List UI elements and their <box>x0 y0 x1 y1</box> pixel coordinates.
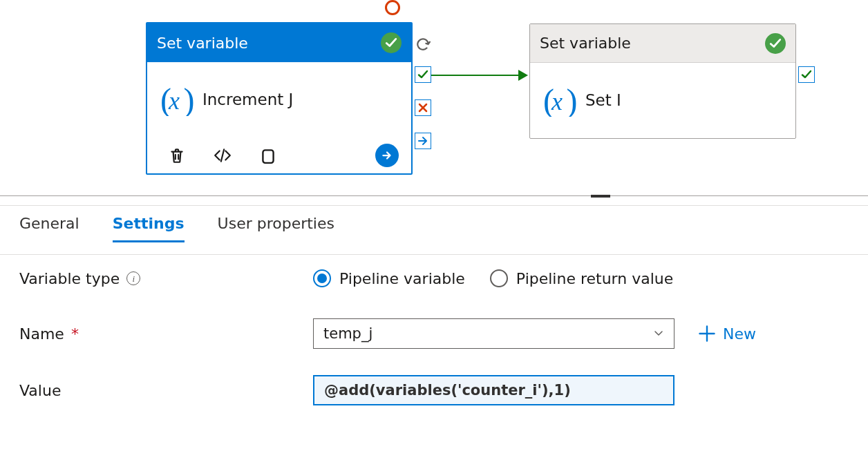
value-input[interactable]: @add(variables('counter_i'),1) <box>313 375 674 405</box>
plus-icon <box>698 325 716 343</box>
activity-type-label: Set variable <box>157 35 381 52</box>
info-icon[interactable]: i <box>126 271 140 285</box>
activity-name-label: Increment J <box>202 90 293 108</box>
activity-card-increment-j[interactable]: Set variable ( x ) Increment J <box>146 22 413 175</box>
radio-label: Pipeline variable <box>339 270 465 287</box>
name-label: Name * <box>19 325 313 343</box>
value-label-text: Value <box>19 382 61 399</box>
success-dependency-connector[interactable] <box>431 74 528 77</box>
value-label: Value <box>19 382 313 399</box>
clone-button[interactable] <box>258 145 279 166</box>
variable-x-icon: ( x ) <box>157 79 197 119</box>
tabs-underline <box>0 254 868 255</box>
dependency-failure-handle[interactable] <box>415 99 431 116</box>
dependency-completion-handle[interactable] <box>415 36 431 52</box>
required-asterisk: * <box>71 325 79 343</box>
code-button[interactable] <box>212 145 233 166</box>
activity-title-bar[interactable]: Set variable <box>530 24 795 63</box>
svg-text:x: x <box>551 88 563 115</box>
validation-indicator-icon <box>385 0 400 15</box>
radio-pipeline-return-value[interactable]: Pipeline return value <box>490 269 673 287</box>
activity-name-label: Set I <box>585 91 621 109</box>
radio-label: Pipeline return value <box>516 270 673 287</box>
chevron-down-icon <box>653 325 664 342</box>
svg-text:): ) <box>184 83 194 116</box>
name-label-text: Name <box>19 325 64 343</box>
radio-pipeline-variable[interactable]: Pipeline variable <box>313 269 465 287</box>
svg-text:x: x <box>168 87 180 115</box>
svg-text:): ) <box>567 84 576 117</box>
variable-x-icon: ( x ) <box>540 80 580 120</box>
activity-title-bar[interactable]: Set variable <box>147 23 411 62</box>
tab-general[interactable]: General <box>19 215 79 242</box>
variable-type-label: Variable type i <box>19 270 313 287</box>
value-input-text: @add(variables('counter_i'),1) <box>324 382 571 399</box>
delete-button[interactable] <box>167 145 187 166</box>
dependency-success-handle[interactable] <box>415 66 431 83</box>
dependency-skipped-handle[interactable] <box>415 133 431 149</box>
svg-rect-3 <box>263 150 273 162</box>
name-select-value: temp_j <box>323 325 372 342</box>
debug-run-button[interactable] <box>375 144 399 167</box>
variable-type-label-text: Variable type <box>19 270 120 287</box>
new-link-label: New <box>723 325 756 343</box>
pipeline-canvas[interactable]: Set variable ( x ) Increment J <box>0 0 868 195</box>
name-select[interactable]: temp_j <box>313 318 674 349</box>
properties-panel: General Settings User properties Variabl… <box>0 195 868 432</box>
status-success-icon <box>765 33 786 54</box>
radio-checked-icon <box>313 269 331 287</box>
activity-card-set-i[interactable]: Set variable ( x ) Set I <box>529 23 796 139</box>
radio-unchecked-icon <box>490 269 508 287</box>
activity-type-label: Set variable <box>540 35 765 52</box>
status-success-icon <box>381 32 402 53</box>
tab-user-properties[interactable]: User properties <box>218 215 334 242</box>
new-variable-button[interactable]: New <box>698 325 756 343</box>
tab-settings[interactable]: Settings <box>113 215 185 242</box>
dependency-success-handle[interactable] <box>798 66 815 83</box>
